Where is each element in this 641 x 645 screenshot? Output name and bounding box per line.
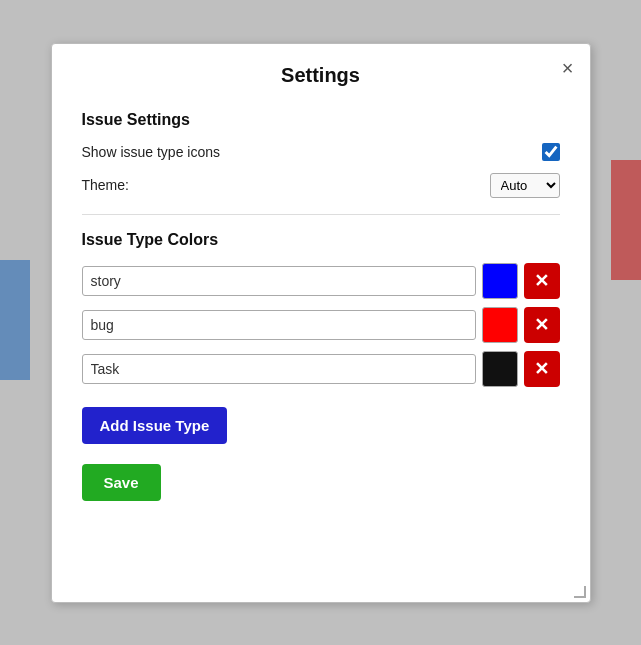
issue-type-name-input[interactable] [82,354,476,384]
close-button[interactable]: × [562,58,574,78]
resize-handle[interactable] [574,586,586,598]
show-icons-label: Show issue type icons [82,144,221,160]
delete-issue-type-button[interactable]: ✕ [524,351,560,387]
modal-title: Settings [82,64,560,87]
theme-row: Theme: Auto Light Dark [82,173,560,198]
color-swatch[interactable] [482,351,518,387]
save-button[interactable]: Save [82,464,161,501]
issue-type-colors-title: Issue Type Colors [82,231,560,249]
color-swatch[interactable] [482,263,518,299]
issue-types-container: ✕✕✕ [82,263,560,387]
delete-issue-type-button[interactable]: ✕ [524,263,560,299]
issue-type-row: ✕ [82,307,560,343]
delete-issue-type-button[interactable]: ✕ [524,307,560,343]
issue-type-row: ✕ [82,263,560,299]
divider [82,214,560,215]
issue-type-name-input[interactable] [82,310,476,340]
theme-select[interactable]: Auto Light Dark [490,173,560,198]
issue-type-row: ✕ [82,351,560,387]
add-issue-type-button[interactable]: Add Issue Type [82,407,228,444]
show-icons-row: Show issue type icons [82,143,560,161]
modal-overlay: × Settings Issue Settings Show issue typ… [0,0,641,645]
show-icons-checkbox[interactable] [542,143,560,161]
issue-settings-title: Issue Settings [82,111,560,129]
color-swatch[interactable] [482,307,518,343]
issue-type-name-input[interactable] [82,266,476,296]
settings-modal: × Settings Issue Settings Show issue typ… [51,43,591,603]
theme-label: Theme: [82,177,129,193]
